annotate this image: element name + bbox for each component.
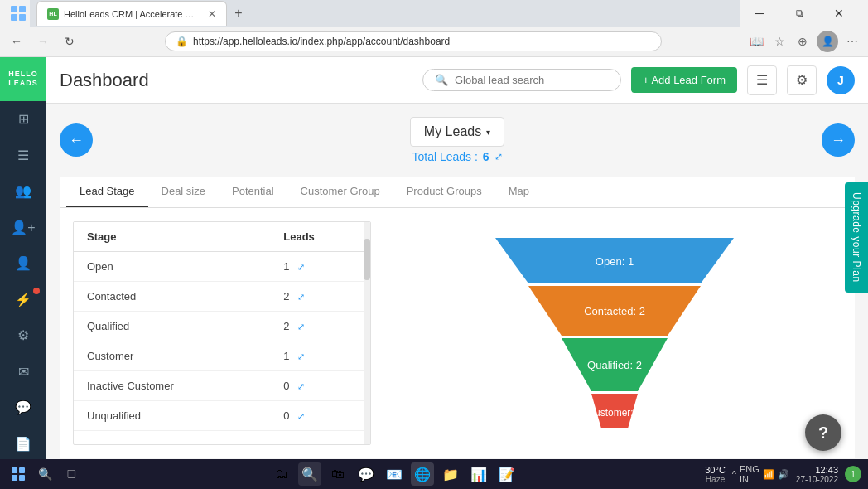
tab-map[interactable]: Map — [495, 177, 542, 207]
tab-potential[interactable]: Potential — [219, 177, 287, 207]
taskbar-word-icon[interactable]: 📝 — [495, 462, 518, 486]
sidebar-item-dashboard[interactable]: ⊞ — [0, 101, 46, 138]
stage-count: 1 ⤢ — [270, 252, 370, 282]
tray-arrow[interactable]: ^ — [732, 469, 736, 479]
customer-link-icon[interactable]: ⤢ — [297, 351, 305, 361]
close-button[interactable]: ✕ — [820, 0, 858, 27]
stage-count: 2 ⤢ — [270, 312, 370, 341]
windows-start[interactable] — [7, 2, 30, 25]
add-lead-form-button[interactable]: + Add Lead Form — [631, 67, 737, 93]
taskbar-taskview-button[interactable]: ❑ — [60, 462, 83, 486]
app-header: Dashboard 🔍 + Add Lead Form ☰ ⚙ J — [46, 57, 868, 104]
search-icon: 🔍 — [435, 74, 448, 86]
stage-count: 2 ⤢ — [270, 282, 370, 312]
volume-icon[interactable]: 🔊 — [778, 469, 789, 480]
help-button[interactable]: ? — [805, 414, 841, 451]
taskbar-store-icon[interactable]: 🛍 — [326, 462, 350, 486]
table-row: Unqualified 0 ⤢ — [74, 401, 370, 431]
tab-favicon: HL — [47, 8, 59, 20]
stage-name: Unqualified — [74, 401, 270, 431]
favorites-icon[interactable]: ☆ — [770, 32, 788, 51]
taskbar-edge-icon[interactable]: 🌐 — [411, 462, 434, 486]
funnel-chart-container: Open: 1 Contacted: 2 Qualified: 2 Custom… — [388, 221, 841, 445]
upgrade-plan-banner[interactable]: Upgrade your Plan — [845, 182, 868, 293]
sidebar-item-contacts[interactable]: 👥 — [0, 173, 46, 210]
taskbar-search-button[interactable]: 🔍 — [33, 462, 56, 486]
search-input[interactable] — [455, 74, 604, 86]
new-tab-button[interactable]: + — [227, 2, 250, 25]
minimize-button[interactable]: ─ — [740, 0, 779, 27]
list-view-button[interactable]: ☰ — [747, 65, 777, 95]
tab-product-groups[interactable]: Product Groups — [393, 177, 495, 207]
sidebar-item-chat[interactable]: 💬 — [0, 390, 46, 426]
notification-center[interactable]: 1 — [845, 466, 861, 482]
profile-icon[interactable]: 👤 — [817, 31, 838, 52]
reading-mode-icon[interactable]: 📖 — [747, 32, 765, 51]
refresh-button[interactable]: ↻ — [60, 31, 80, 51]
funnel-label-open: Open: 1 — [596, 255, 634, 268]
weather-widget[interactable]: 30°C Haze — [705, 465, 726, 484]
tab-customer-group[interactable]: Customer Group — [287, 177, 393, 207]
global-search-bar[interactable]: 🔍 — [422, 69, 621, 91]
taskbar-folder-icon[interactable]: 📁 — [439, 462, 462, 486]
sidebar-item-pipeline[interactable]: ⚡ — [0, 281, 46, 317]
taskbar-outlook-icon[interactable]: 📧 — [383, 462, 406, 486]
content-area: Stage Leads Open 1 ⤢ Contacted 2 ⤢ — [60, 208, 855, 458]
app-logo[interactable]: HELLOLEADS — [0, 57, 46, 101]
start-button[interactable] — [7, 462, 30, 486]
sidebar-item-leads[interactable]: ☰ — [0, 137, 46, 173]
stage-name: Customer — [74, 341, 270, 371]
unqualified-link-icon[interactable]: ⤢ — [297, 411, 305, 421]
sidebar-item-email[interactable]: ✉ — [0, 353, 46, 390]
chat-icon: 💬 — [15, 399, 31, 415]
qualified-link-icon[interactable]: ⤢ — [297, 322, 305, 332]
settings-icon: ⚙ — [17, 327, 29, 343]
open-link-icon[interactable]: ⤢ — [297, 262, 305, 272]
notification-badge — [33, 288, 40, 294]
dropdown-caret-icon: ▾ — [486, 128, 490, 137]
stage-name: Open — [74, 252, 270, 282]
system-tray: ^ ENG IN 📶 🔊 — [732, 464, 789, 484]
taskbar-excel-icon[interactable]: 📊 — [467, 462, 490, 486]
stage-count: 0 ⤢ — [270, 401, 370, 431]
extensions-icon[interactable]: ⋯ — [843, 32, 861, 51]
clock-date: 27-10-2022 — [796, 475, 838, 484]
clock-widget[interactable]: 12:43 27-10-2022 — [796, 465, 838, 484]
inactive-link-icon[interactable]: ⤢ — [297, 381, 305, 391]
sidebar-item-add[interactable]: 👤+ — [0, 209, 46, 245]
taskbar-teams-icon[interactable]: 💬 — [354, 462, 378, 486]
prev-leads-button[interactable]: ← — [60, 123, 93, 157]
tab-title: HelloLeads CRM | Accelerate Yo... — [64, 9, 196, 19]
user-avatar[interactable]: J — [827, 66, 855, 94]
restore-button[interactable]: ⧉ — [780, 0, 818, 27]
table-row: Customer 1 ⤢ — [74, 341, 370, 371]
settings-button[interactable]: ⚙ — [787, 65, 817, 95]
email-icon: ✉ — [18, 364, 29, 380]
close-tab-icon[interactable]: ✕ — [208, 8, 216, 20]
collections-icon[interactable]: ⊕ — [793, 32, 812, 51]
next-leads-button[interactable]: → — [822, 123, 855, 157]
sidebar-item-profile[interactable]: 👤 — [0, 245, 46, 282]
funnel-label-contacted: Contacted: 2 — [584, 305, 645, 317]
stage-name: Inactive Customer — [74, 371, 270, 401]
table-row: Open 1 ⤢ — [74, 252, 370, 282]
sidebar-item-reports[interactable]: 📄 — [0, 425, 46, 462]
page-title: Dashboard — [60, 70, 412, 91]
list-icon: ☰ — [17, 148, 29, 163]
browser-tab[interactable]: HL HelloLeads CRM | Accelerate Yo... ✕ — [36, 1, 227, 26]
scrollbar-track[interactable] — [364, 222, 370, 444]
taskbar-explorer-icon[interactable]: 🗂 — [270, 462, 293, 486]
external-link-icon[interactable]: ⤢ — [494, 151, 503, 162]
scrollbar-thumb[interactable] — [364, 239, 370, 280]
back-button[interactable]: ← — [7, 31, 27, 51]
tab-deal-size[interactable]: Deal size — [148, 177, 219, 207]
sidebar-item-settings[interactable]: ⚙ — [0, 317, 46, 354]
forward-button[interactable]: → — [33, 31, 53, 51]
contacted-link-icon[interactable]: ⤢ — [297, 292, 305, 302]
my-leads-dropdown[interactable]: My Leads ▾ — [410, 117, 504, 147]
stage-name: Qualified — [74, 312, 270, 341]
taskbar-search-icon[interactable]: 🔍 — [298, 462, 321, 486]
tab-lead-stage[interactable]: Lead Stage — [66, 177, 148, 207]
weather-desc: Haze — [706, 475, 725, 484]
url-text[interactable]: https://app.helloleads.io/index.php/app/… — [193, 36, 651, 47]
